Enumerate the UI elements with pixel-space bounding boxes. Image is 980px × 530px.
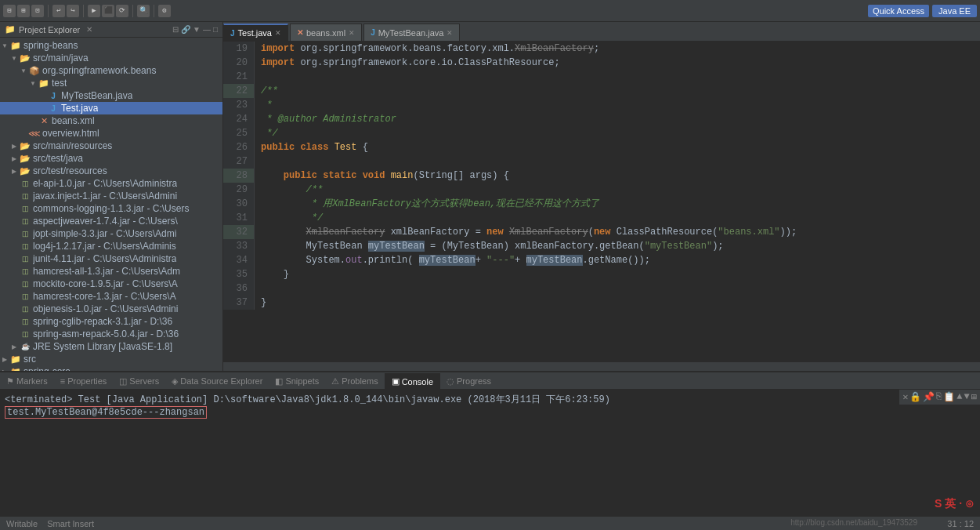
tree-item[interactable]: ◫ aspectjweaver-1.7.4.jar - C:\Users\ — [0, 215, 222, 227]
code-line: 23 * — [223, 98, 980, 112]
tree-item[interactable]: ▼ 📦 org.springframework.beans — [0, 64, 222, 77]
tree-item[interactable]: ▶ 📂 src/main/resources — [0, 140, 222, 152]
btab-label: Progress — [457, 376, 491, 386]
console-down-icon[interactable]: ▼ — [964, 391, 970, 403]
perspective-java-ee[interactable]: Java EE — [932, 5, 977, 17]
tree-item[interactable]: J Test.java — [0, 102, 222, 114]
editor-tab-mytestbean-java[interactable]: J MyTestBean.java ✕ — [363, 24, 460, 41]
tab-close-icon[interactable]: ✕ — [447, 29, 453, 37]
tree-item[interactable]: ◫ hamcrest-all-1.3.jar - C:\Users\Adm — [0, 265, 222, 278]
tab-close-icon[interactable]: ✕ — [275, 29, 281, 37]
toolbar-icon-7[interactable]: ⬛ — [102, 5, 114, 17]
jar-file-icon: ◫ — [19, 203, 31, 214]
maximize-icon[interactable]: □ — [213, 25, 218, 34]
toolbar-icon-5[interactable]: ↪ — [67, 5, 79, 17]
tree-item[interactable]: ⋘ overview.html — [0, 127, 222, 140]
tab-close-icon[interactable]: ✕ — [349, 29, 355, 37]
bottom-tab-data-source explorer[interactable]: ◈Data Source Explorer — [165, 373, 269, 389]
console-area[interactable]: ✕ 🔒 📌 ⎘ 📋 ▲ ▼ ⊞ <terminated> Test [Java … — [0, 390, 980, 516]
folder-icon: 📁 — [38, 78, 50, 89]
tree-item[interactable]: ✕ beans.xml — [0, 114, 222, 127]
quick-access-button[interactable]: Quick Access — [868, 5, 929, 17]
bottom-tab-problems[interactable]: ⚠Problems — [325, 373, 384, 389]
toolbar-icon-4[interactable]: ↩ — [52, 5, 65, 17]
btab-icon: ◧ — [275, 376, 283, 387]
console-output-line: test.MyTestBean@4f8e5cde---zhangsan — [5, 406, 975, 419]
tree-item[interactable]: ◫ javax.inject-1.jar - C:\Users\Admini — [0, 190, 222, 202]
tree-item[interactable]: ◫ hamcrest-core-1.3.jar - C:\Users\A — [0, 290, 222, 303]
line-number: 37 — [223, 296, 255, 310]
tree-item[interactable]: ◫ log4j-1.2.17.jar - C:\Users\Adminis — [0, 240, 222, 252]
bottom-tab-markers[interactable]: ⚑Markers — [0, 373, 54, 389]
console-copy-icon[interactable]: ⎘ — [936, 391, 942, 403]
toolbar-icon-10[interactable]: ⚙ — [158, 5, 171, 17]
project-explorer-header: 📁 Project Explorer ✕ ⊟ 🔗 ▼ — □ — [0, 22, 222, 38]
toolbar-icon-6[interactable]: ▶ — [88, 5, 100, 17]
tree-item[interactable]: J MyTestBean.java — [0, 89, 222, 102]
toolbar-sep-3 — [132, 5, 133, 17]
tree-item[interactable]: ▶ 📁 src — [0, 353, 222, 365]
tree-item-label: spring-cglib-repack-3.1.jar - D:\36 — [33, 316, 172, 327]
tree-item[interactable]: ◫ mockito-core-1.9.5.jar - C:\Users\A — [0, 278, 222, 290]
jar-file-icon: ◫ — [19, 291, 31, 302]
toolbar-icon-8[interactable]: ⟳ — [116, 5, 128, 17]
bottom-tab-console[interactable]: ▣Console — [385, 373, 440, 389]
tree-item[interactable]: ◫ commons-logging-1.1.3.jar - C:\Users — [0, 202, 222, 215]
tree-item[interactable]: ▶ ☕ JRE System Library [JavaSE-1.8] — [0, 340, 222, 353]
tree-item[interactable]: ◫ el-api-1.0.jar - C:\Users\Administra — [0, 177, 222, 190]
toolbar-icon-1[interactable]: ⊟ — [3, 5, 16, 17]
tree-item[interactable]: ▶ 📁 spring-core — [0, 365, 222, 371]
menu-icon[interactable]: ▼ — [193, 25, 201, 34]
bottom-tab-snippets[interactable]: ◧Snippets — [269, 373, 325, 389]
tree-item-label: MyTestBean.java — [61, 90, 132, 101]
toolbar-icon-9[interactable]: 🔍 — [137, 5, 150, 17]
tree-item[interactable]: ▶ 📂 src/test/java — [0, 152, 222, 165]
tree-item[interactable]: ◫ objenesis-1.0.jar - C:\Users\Admini — [0, 303, 222, 315]
code-editor[interactable]: 19import org.springframework.beans.facto… — [223, 42, 980, 361]
line-number: 19 — [223, 42, 255, 56]
editor-tab-beans-xml[interactable]: ✕ beans.xml ✕ — [290, 24, 362, 41]
line-number: 23 — [223, 98, 255, 112]
bottom-tab-servers[interactable]: ◫Servers — [113, 373, 165, 389]
editor-horizontal-scrollbar[interactable] — [223, 361, 980, 371]
tree-item[interactable]: ▼ 📁 test — [0, 77, 222, 89]
console-view-icon[interactable]: ⊞ — [971, 391, 977, 403]
console-up-icon[interactable]: ▲ — [956, 391, 962, 403]
tree-item[interactable]: ▼ 📂 src/main/java — [0, 52, 222, 64]
status-right: 31 : 12 — [947, 519, 974, 528]
jar-file-icon: ◫ — [19, 329, 31, 339]
toolbar-icon-2[interactable]: ⊞ — [17, 5, 30, 17]
tree-item[interactable]: ◫ junit-4.11.jar - C:\Users\Administra — [0, 252, 222, 265]
line-content: } — [255, 267, 289, 281]
source-folder-icon: 📂 — [19, 53, 31, 64]
tree-item[interactable]: ◫ jopt-simple-3.3.jar - C:\Users\Admi — [0, 227, 222, 240]
console-pin-icon[interactable]: 📌 — [923, 391, 935, 403]
console-scroll-lock-icon[interactable]: 🔒 — [909, 391, 921, 403]
collapse-icon[interactable]: ⊟ — [172, 25, 179, 34]
tree-item[interactable]: ▼ 📁 spring-beans — [0, 39, 222, 52]
tree-item-label: Test.java — [61, 103, 98, 114]
link-icon[interactable]: 🔗 — [181, 25, 190, 34]
editor-tab-test-java[interactable]: J Test.java ✕ — [223, 24, 288, 41]
console-paste-icon[interactable]: 📋 — [943, 391, 955, 403]
bottom-tab-properties[interactable]: ≡Properties — [54, 373, 114, 389]
btab-icon: ⚑ — [6, 376, 14, 387]
line-content: } — [255, 296, 266, 310]
console-clear-icon[interactable]: ✕ — [902, 391, 908, 403]
tree-item[interactable]: ◫ spring-asm-repack-5.0.4.jar - D:\36 — [0, 328, 222, 340]
jar-file-icon: ◫ — [19, 316, 31, 327]
btab-icon: ▣ — [392, 376, 400, 387]
jar-file-icon: ◫ — [19, 228, 31, 239]
code-line: 37} — [223, 296, 980, 310]
code-line: 31 */ — [223, 211, 980, 225]
tree-item[interactable]: ◫ spring-cglib-repack-3.1.jar - D:\36 — [0, 315, 222, 328]
minimize-icon[interactable]: — — [203, 25, 211, 34]
console-content: <terminated> Test [Java Application] D:\… — [0, 390, 980, 422]
explorer-close-icon[interactable]: ✕ — [86, 25, 92, 34]
console-toolbar: ✕ 🔒 📌 ⎘ 📋 ▲ ▼ ⊞ — [899, 390, 980, 405]
source-folder-icon: 📂 — [19, 140, 31, 151]
toolbar-icon-3[interactable]: ⊡ — [31, 5, 44, 17]
line-content: * @author Administrator — [255, 112, 396, 126]
bottom-tab-progress[interactable]: ◌Progress — [440, 373, 497, 389]
tree-item[interactable]: ▶ 📂 src/test/resources — [0, 165, 222, 177]
